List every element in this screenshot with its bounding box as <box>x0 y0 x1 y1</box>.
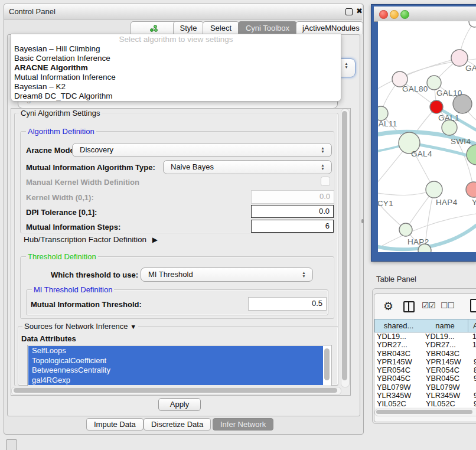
column-header-partial[interactable]: A <box>468 319 476 332</box>
table-cell[interactable]: YER054C <box>374 366 425 374</box>
table-cell[interactable]: YDL19... <box>424 332 471 341</box>
table-cell[interactable]: YBR043C <box>374 350 425 358</box>
float-window-icon[interactable] <box>345 8 353 15</box>
new-column-icon[interactable] <box>470 299 476 312</box>
column-header-name[interactable]: name <box>422 319 468 332</box>
table-cell[interactable]: 9. <box>472 392 476 400</box>
network-node[interactable] <box>399 223 412 236</box>
table-cell[interactable] <box>472 383 476 392</box>
table-row[interactable]: YBR043CYBR043C <box>374 350 476 358</box>
table-cell[interactable]: YER054C <box>425 366 472 374</box>
column-header-shared-name[interactable]: shared... <box>374 319 423 332</box>
control-panel-titlebar[interactable]: Control Panel ✖ <box>4 4 362 19</box>
expand-right-icon[interactable]: ▶ <box>152 236 158 244</box>
table-row[interactable]: YBR045CYBR045C9. <box>374 374 476 383</box>
algorithm-definition-title: Algorithm Definition <box>26 128 96 135</box>
minimize-traffic-light[interactable] <box>390 10 399 19</box>
attribute-items: SelfLoopsTopologicalCoefficientBetweenne… <box>28 346 323 385</box>
network-canvas[interactable]: GALGAL80GAL10GAL1GAL11SWI4GAL4GCY1HAP4YH… <box>378 21 476 252</box>
tab-network[interactable]: Network <box>131 21 179 34</box>
attribute-list-item[interactable]: gal4RGexp <box>28 376 323 386</box>
list-vertical-scrollbar[interactable] <box>324 348 330 380</box>
table-cell[interactable]: YLR345W <box>425 392 472 400</box>
table-hscrollbar-thumb[interactable] <box>376 410 472 414</box>
settings-hscrollbar-thumb[interactable] <box>14 388 337 393</box>
network-node[interactable] <box>378 106 388 120</box>
apply-button[interactable]: Apply <box>158 398 201 411</box>
table-cell[interactable]: YBR045C <box>425 374 472 383</box>
network-node[interactable] <box>427 76 441 90</box>
table-cell[interactable]: YDL19... <box>374 332 424 341</box>
dropdown-item[interactable]: Bayesian – Hill Climbing <box>11 44 341 54</box>
zoom-traffic-light[interactable] <box>400 10 409 19</box>
edge[interactable] <box>378 192 406 230</box>
bottom-tab-discretize-data[interactable]: Discretize Data <box>144 418 211 431</box>
table-cell[interactable]: YBR045C <box>374 374 425 383</box>
table-cell[interactable]: YDR27... <box>424 341 471 349</box>
attribute-list-item[interactable]: SelfLoops <box>28 346 323 356</box>
table-cell[interactable]: 9. <box>472 358 476 366</box>
table-cell[interactable]: 9. <box>472 374 476 383</box>
table-cell[interactable]: YPR145W <box>374 358 425 366</box>
sources-group-title[interactable]: Sources for Network Inference ▼ <box>22 322 138 331</box>
table-cell[interactable]: YBL079W <box>425 383 472 392</box>
columns-icon[interactable] <box>403 301 415 312</box>
table-cell[interactable]: 8. <box>472 366 476 374</box>
table-row[interactable]: YDL19...YDL19...13 <box>374 332 476 341</box>
collapse-down-icon[interactable]: ▼ <box>130 323 136 330</box>
table-cell[interactable]: YIL052C <box>425 400 472 407</box>
bottom-tab-infer-network[interactable]: Infer Network <box>213 418 273 431</box>
which-threshold-combo[interactable]: MI Threshold ▲▼ <box>141 268 313 282</box>
table-cell[interactable]: 13 <box>471 332 476 341</box>
tab-select[interactable]: Select <box>203 21 239 34</box>
network-window-titlebar[interactable] <box>374 6 476 22</box>
table-row[interactable]: YER054CYER054C8. <box>374 366 476 374</box>
network-node[interactable] <box>466 182 476 197</box>
table-row[interactable]: YIL052CYIL052C9. <box>374 400 476 407</box>
tab-jactivemnodules[interactable]: jActiveMNodules <box>296 21 363 34</box>
edge[interactable] <box>400 58 459 79</box>
network-node[interactable] <box>426 181 442 198</box>
network-node[interactable] <box>469 21 476 27</box>
table-cell[interactable]: 12 <box>471 341 476 349</box>
network-node[interactable] <box>467 145 476 165</box>
settings-vscrollbar-thumb[interactable] <box>342 111 347 380</box>
hub-definition-toggle[interactable]: Hub/Transcription Factor Definition ▶ <box>24 235 158 244</box>
dropdown-item[interactable]: Basic Correlation Inference <box>11 54 341 63</box>
tab-cyni-toolbox[interactable]: Cyni Toolbox <box>238 21 297 34</box>
table-row[interactable]: YPR145WYPR145W9. <box>374 358 476 366</box>
table-cell[interactable]: YBL079W <box>374 383 425 392</box>
select-all-columns-icon[interactable]: ☑☑ <box>422 301 435 310</box>
table-cell[interactable]: 9. <box>472 400 476 407</box>
table-cell[interactable]: YDR27... <box>374 341 424 349</box>
table-row[interactable]: YLR345WYLR345W9. <box>374 392 476 400</box>
table-cell[interactable]: YPR145W <box>425 358 472 366</box>
attribute-list-item[interactable]: BetweennessCentrality <box>28 366 323 376</box>
mi-type-combo[interactable]: Naive Bayes ▲▼ <box>163 160 332 174</box>
table-row[interactable]: YDR27...YDR27...12 <box>374 341 476 349</box>
bottom-tab-impute-data[interactable]: Impute Data <box>86 418 144 431</box>
close-traffic-light[interactable] <box>379 10 388 19</box>
dropdown-item[interactable]: ARACNE Algorithm <box>11 63 341 73</box>
manual-kernel-checkbox <box>321 177 330 186</box>
network-node[interactable] <box>430 100 443 113</box>
table-row[interactable]: YBL079WYBL079W <box>374 383 476 392</box>
mi-steps-field[interactable]: 6 <box>251 220 334 233</box>
dropdown-item[interactable]: Bayesian – K2 <box>11 82 341 92</box>
aracne-mode-combo[interactable]: Discovery ▲▼ <box>72 143 332 157</box>
gear-icon[interactable]: ⚙ <box>383 299 393 313</box>
dropdown-item[interactable]: Dream8 DC_TDC Algorithm <box>11 92 341 101</box>
close-window-icon[interactable]: ✖ <box>356 6 363 15</box>
collapsed-panel-icon[interactable] <box>6 439 17 450</box>
table-cell[interactable] <box>472 350 476 358</box>
dropdown-item[interactable]: Mutual Information Inference <box>11 73 341 82</box>
unselect-all-columns-icon[interactable]: ☐☐ <box>441 301 454 310</box>
table-cell[interactable]: YLR345W <box>374 392 425 400</box>
attribute-list-item[interactable]: TopologicalCoefficient <box>28 356 323 366</box>
mi-threshold-field[interactable]: 0.5 <box>248 297 327 311</box>
tab-style[interactable]: Style <box>173 21 204 34</box>
dpi-tolerance-field[interactable]: 0.0 <box>251 205 334 218</box>
panel-splitter-handle[interactable] <box>361 219 364 223</box>
table-cell[interactable]: YIL052C <box>374 400 425 407</box>
table-cell[interactable]: YBR043C <box>425 350 472 358</box>
